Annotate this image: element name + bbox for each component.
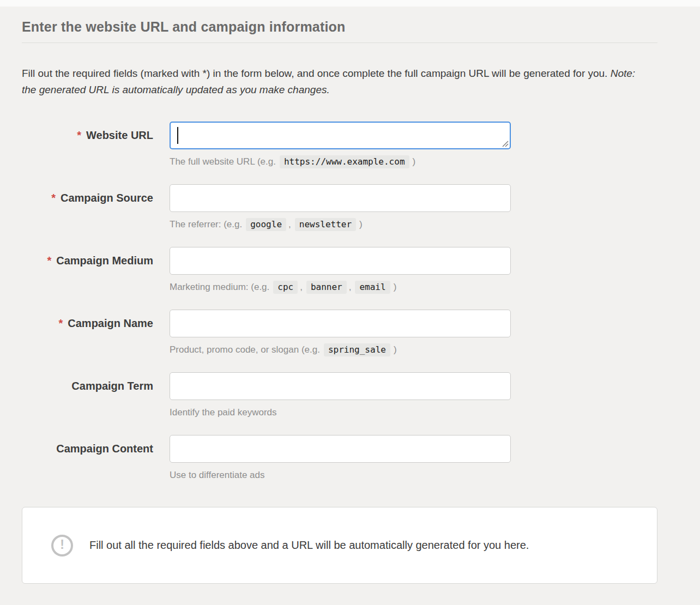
- campaign-url-builder-form-section: Enter the website URL and campaign infor…: [22, 19, 657, 584]
- help-prefix: Marketing medium: (e.g.: [170, 282, 269, 292]
- exclamation-circle-icon: !: [51, 535, 73, 556]
- website-url-field-wrap: [170, 122, 511, 149]
- code-example: newsletter: [295, 218, 356, 231]
- help-prefix: Product, promo code, or slogan (e.g.: [170, 344, 320, 355]
- page-title: Enter the website URL and campaign infor…: [22, 19, 657, 35]
- generated-url-placeholder-message: Fill out all the required fields above a…: [89, 539, 529, 552]
- form-row-campaign-term: Campaign Term Identify the paid keywords: [22, 372, 657, 419]
- code-example: email: [355, 281, 390, 294]
- campaign-term-input[interactable]: [170, 372, 511, 400]
- code-example: banner: [306, 281, 347, 294]
- required-asterisk: *: [47, 255, 51, 267]
- resize-handle-icon[interactable]: [502, 140, 509, 147]
- required-asterisk: *: [58, 317, 63, 330]
- campaign-source-help: The referrer: (e.g.google,newsletter): [170, 219, 511, 231]
- label-cell: Campaign Term: [22, 372, 153, 400]
- campaign-term-label: Campaign Term: [71, 380, 153, 392]
- field-cell: Product, promo code, or slogan (e.g.spri…: [170, 310, 511, 356]
- code-separator: ,: [288, 219, 291, 229]
- code-separator: ,: [300, 282, 303, 292]
- campaign-medium-label: Campaign Medium: [56, 255, 153, 267]
- help-prefix: The full website URL (e.g.: [170, 156, 276, 167]
- field-cell: The referrer: (e.g.google,newsletter): [170, 184, 511, 231]
- field-cell: Identify the paid keywords: [170, 372, 511, 419]
- website-url-help: The full website URL (e.g.https://www.ex…: [170, 156, 511, 168]
- field-cell: Marketing medium: (e.g.cpc,banner,email): [170, 247, 511, 293]
- code-example: https://www.example.com: [280, 155, 409, 168]
- campaign-name-input[interactable]: [170, 310, 511, 337]
- required-asterisk: *: [51, 192, 56, 204]
- label-cell: Campaign Content: [22, 435, 153, 463]
- campaign-content-help: Use to differentiate ads: [170, 469, 511, 481]
- label-cell: * Website URL: [22, 122, 153, 149]
- campaign-content-label: Campaign Content: [56, 443, 153, 455]
- code-separator: ,: [349, 282, 352, 292]
- field-cell: Use to differentiate ads: [170, 435, 511, 481]
- form-row-campaign-name: * Campaign Name Product, promo code, or …: [22, 310, 657, 356]
- form-row-campaign-medium: * Campaign Medium Marketing medium: (e.g…: [22, 247, 657, 293]
- campaign-name-label: Campaign Name: [68, 317, 153, 330]
- help-prefix: The referrer: (e.g.: [170, 219, 242, 229]
- intro-text: Fill out the required fields (marked wit…: [22, 65, 649, 98]
- label-cell: * Campaign Source: [22, 184, 153, 212]
- campaign-content-input[interactable]: [170, 435, 511, 463]
- campaign-medium-input[interactable]: [170, 247, 511, 275]
- campaign-term-help: Identify the paid keywords: [170, 407, 511, 419]
- form-row-campaign-source: * Campaign Source The referrer: (e.g.goo…: [22, 184, 657, 231]
- campaign-form: * Website URL The full website URL (e.g.…: [22, 122, 657, 481]
- label-cell: * Campaign Name: [22, 310, 153, 337]
- intro-main: Fill out the required fields (marked wit…: [22, 68, 611, 79]
- label-cell: * Campaign Medium: [22, 247, 153, 275]
- website-url-input[interactable]: [170, 122, 511, 149]
- campaign-source-input[interactable]: [170, 184, 511, 212]
- help-suffix: ): [394, 344, 397, 355]
- code-example: spring_sale: [324, 343, 390, 356]
- website-url-label: Website URL: [86, 129, 153, 142]
- form-row-website-url: * Website URL The full website URL (e.g.…: [22, 122, 657, 168]
- campaign-name-help: Product, promo code, or slogan (e.g.spri…: [170, 344, 511, 356]
- code-example: cpc: [273, 281, 298, 294]
- campaign-source-label: Campaign Source: [61, 192, 153, 204]
- generated-url-placeholder-box: ! Fill out all the required fields above…: [22, 507, 657, 584]
- text-cursor: [177, 127, 178, 144]
- form-row-campaign-content: Campaign Content Use to differentiate ad…: [22, 435, 657, 481]
- campaign-medium-help: Marketing medium: (e.g.cpc,banner,email): [170, 281, 511, 293]
- help-suffix: ): [359, 219, 363, 229]
- field-cell: The full website URL (e.g.https://www.ex…: [170, 122, 511, 168]
- top-edge: [0, 0, 700, 7]
- help-suffix: ): [413, 156, 416, 167]
- code-example: google: [246, 218, 286, 231]
- required-asterisk: *: [77, 129, 81, 142]
- help-suffix: ): [394, 282, 397, 292]
- title-divider: [22, 43, 657, 43]
